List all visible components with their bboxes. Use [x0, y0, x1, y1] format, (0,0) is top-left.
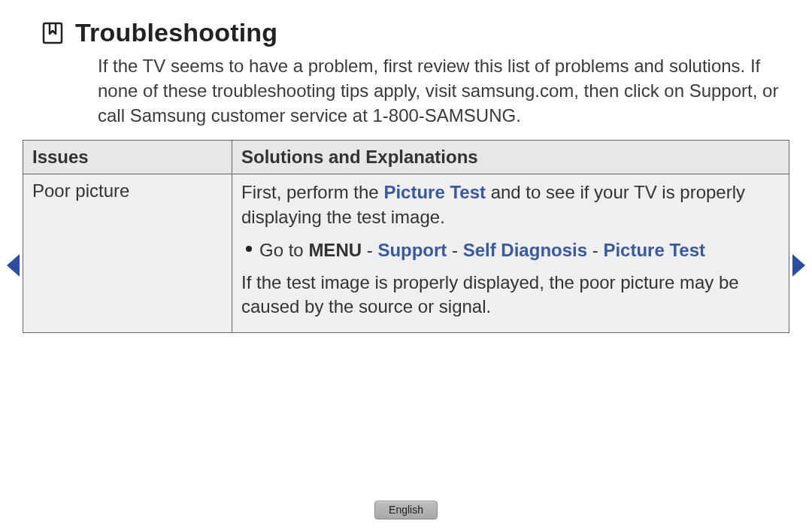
prev-page-button[interactable] [5, 253, 21, 278]
troubleshooting-table-wrap: Issues Solutions and Explanations Poor p… [23, 140, 789, 333]
highlight-picture-test: Picture Test [383, 182, 486, 202]
cell-solution: First, perform the Picture Test and to s… [232, 174, 789, 333]
bookmark-icon [42, 22, 63, 44]
manual-page: Troubleshooting If the TV seems to have … [0, 0, 812, 530]
header-solutions: Solutions and Explanations [232, 141, 789, 174]
solution-paragraph-1: First, perform the Picture Test and to s… [241, 180, 780, 229]
intro-text: If the TV seems to have a problem, first… [98, 53, 789, 128]
separator: - [587, 240, 603, 260]
separator: - [447, 240, 462, 260]
bullet-text: Go to MENU - Support - Self Diagnosis - … [259, 238, 705, 262]
troubleshooting-table: Issues Solutions and Explanations Poor p… [23, 140, 789, 333]
page-title: Troubleshooting [75, 18, 277, 47]
svg-rect-0 [44, 23, 62, 43]
table-header-row: Issues Solutions and Explanations [23, 141, 789, 174]
bullet-icon [246, 246, 252, 252]
menu-path-support: Support [377, 240, 447, 260]
menu-path-picture-test: Picture Test [603, 240, 705, 260]
next-page-button[interactable] [791, 253, 807, 278]
language-chip[interactable]: English [374, 501, 438, 519]
header-issues: Issues [23, 141, 232, 174]
text-fragment: Go to [259, 240, 308, 260]
solution-bullet: Go to MENU - Support - Self Diagnosis - … [246, 238, 780, 262]
menu-label: MENU [308, 240, 362, 260]
table-row: Poor picture First, perform the Picture … [23, 174, 789, 333]
separator: - [362, 240, 377, 260]
text-fragment: First, perform the [241, 182, 383, 202]
solution-paragraph-2: If the test image is properly displayed,… [241, 271, 780, 320]
menu-path-self-diagnosis: Self Diagnosis [463, 240, 587, 260]
cell-issue: Poor picture [23, 174, 232, 333]
svg-marker-2 [792, 254, 805, 277]
svg-marker-1 [7, 254, 20, 277]
heading-row: Troubleshooting [42, 18, 789, 47]
